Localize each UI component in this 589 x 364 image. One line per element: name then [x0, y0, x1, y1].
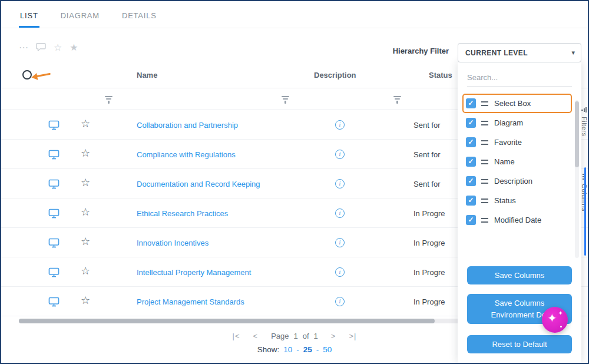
column-item-select-box[interactable]: ✓ Select Box: [462, 94, 572, 113]
info-icon[interactable]: i: [335, 267, 345, 277]
last-page-button[interactable]: >|: [349, 332, 356, 340]
filter-funnel-icon[interactable]: [105, 96, 112, 104]
row-status: In Progre: [413, 268, 461, 277]
filter-funnel-icon[interactable]: [282, 96, 289, 104]
row-name-link[interactable]: Documentation and Record Keeping: [137, 180, 260, 188]
show-label: Show:: [257, 345, 280, 354]
checkbox-checked-icon[interactable]: ✓: [466, 118, 476, 128]
info-icon[interactable]: i: [335, 238, 345, 247]
checkbox-checked-icon[interactable]: ✓: [466, 137, 476, 147]
first-page-button[interactable]: |<: [233, 332, 240, 340]
drag-handle-icon[interactable]: [481, 179, 488, 184]
row-name-link[interactable]: Innovation Incentives: [137, 239, 209, 247]
sparkle-icon: ✦: [558, 310, 563, 316]
filters-icon: [581, 107, 587, 112]
info-icon[interactable]: i: [335, 120, 345, 130]
column-item-diagram[interactable]: ✓ Diagram: [462, 113, 572, 133]
checkbox-checked-icon[interactable]: ✓: [466, 98, 476, 108]
select-all-circle[interactable]: [22, 70, 32, 80]
star-filled-icon[interactable]: ★: [70, 43, 78, 52]
checkbox-checked-icon[interactable]: ✓: [466, 157, 476, 167]
panel-column-list: ✓ Select Box ✓ Diagram ✓ Favorite ✓ Name…: [458, 94, 581, 230]
next-page-button[interactable]: >: [331, 332, 336, 340]
favorite-star-icon[interactable]: ☆: [81, 236, 90, 247]
column-header-name[interactable]: Name: [137, 71, 157, 80]
column-item-name[interactable]: ✓ Name: [462, 152, 572, 171]
info-icon[interactable]: i: [335, 179, 345, 188]
row-name-link[interactable]: Intellectual Property Management: [137, 268, 251, 277]
diagram-monitor-icon[interactable]: [48, 238, 59, 248]
annotation-arrow: [36, 73, 51, 77]
info-icon[interactable]: i: [335, 209, 345, 218]
column-header-status[interactable]: Status: [429, 71, 452, 80]
drag-handle-icon[interactable]: [481, 160, 488, 164]
favorite-star-icon[interactable]: ☆: [81, 207, 90, 217]
drag-handle-icon[interactable]: [481, 101, 488, 106]
diagram-monitor-icon[interactable]: [48, 179, 59, 189]
columns-grid-icon: [583, 174, 584, 175]
dash-separator: -: [296, 345, 299, 354]
ai-assistant-fab[interactable]: ✦ ✦: [542, 307, 568, 333]
checkbox-checked-icon[interactable]: ✓: [466, 196, 476, 206]
prev-page-button[interactable]: <: [253, 332, 259, 340]
hierarchy-filter-dropdown[interactable]: CURRENT LEVEL ▾: [458, 43, 581, 62]
diagram-monitor-icon[interactable]: [48, 297, 59, 307]
tab-bar: LIST DIAGRAM DETAILS: [1, 1, 588, 28]
side-tab-label: Filters: [581, 117, 588, 136]
save-columns-button[interactable]: Save Columns: [467, 266, 572, 284]
diagram-monitor-icon[interactable]: [48, 150, 59, 160]
tab-list[interactable]: LIST: [19, 2, 39, 28]
checkbox-checked-icon[interactable]: ✓: [466, 215, 476, 225]
favorite-star-icon[interactable]: ☆: [81, 148, 90, 158]
column-item-description[interactable]: ✓ Description: [462, 171, 572, 191]
info-icon[interactable]: i: [335, 150, 345, 159]
drag-handle-icon[interactable]: [481, 121, 488, 125]
tab-diagram[interactable]: DIAGRAM: [59, 2, 101, 28]
current-page: 1: [294, 332, 298, 340]
row-name-link[interactable]: Collaboration and Partnership: [137, 121, 238, 130]
column-header-description[interactable]: Description: [314, 71, 356, 80]
side-tab-filters[interactable]: Filters: [580, 107, 588, 136]
drag-handle-icon[interactable]: [481, 218, 488, 223]
tab-details[interactable]: DETAILS: [121, 2, 158, 28]
column-item-favorite[interactable]: ✓ Favorite: [462, 133, 572, 152]
panel-scrollbar: [575, 100, 579, 258]
chevron-down-icon: ▾: [571, 49, 575, 57]
favorite-star-icon[interactable]: ☆: [81, 266, 90, 276]
column-item-label: Select Box: [494, 99, 531, 108]
star-outline-icon[interactable]: ☆: [54, 43, 62, 52]
sparkle-dot-icon: [560, 326, 562, 327]
diagram-monitor-icon[interactable]: [48, 267, 59, 277]
column-item-status[interactable]: ✓ Status: [462, 191, 572, 210]
row-name-link[interactable]: Compliance with Regulations: [137, 150, 236, 159]
column-item-label: Description: [494, 177, 532, 186]
column-item-modified-date[interactable]: ✓ Modified Date: [462, 210, 572, 230]
row-name-link[interactable]: Ethical Research Practices: [137, 209, 228, 218]
total-pages: 1: [314, 332, 318, 340]
panel-search: [467, 70, 572, 87]
drag-handle-icon[interactable]: [481, 140, 488, 145]
page-label: Page: [271, 332, 289, 340]
horizontal-scrollbar-thumb[interactable]: [19, 319, 435, 323]
column-item-label: Status: [494, 196, 516, 205]
diagram-monitor-icon[interactable]: [48, 120, 59, 130]
page-size-25[interactable]: 25: [303, 345, 312, 354]
column-item-label: Diagram: [494, 118, 523, 127]
comment-icon[interactable]: [36, 42, 46, 53]
favorite-star-icon[interactable]: ☆: [81, 118, 90, 129]
page-size-50[interactable]: 50: [323, 345, 332, 354]
diagram-monitor-icon[interactable]: [48, 209, 59, 219]
checkbox-checked-icon[interactable]: ✓: [466, 176, 476, 186]
panel-search-input[interactable]: [467, 70, 572, 86]
drag-handle-icon[interactable]: [481, 198, 488, 203]
favorite-star-icon[interactable]: ☆: [81, 295, 90, 306]
info-icon[interactable]: i: [335, 297, 345, 306]
ellipsis-icon[interactable]: ⋯: [19, 43, 28, 52]
reset-to-default-button[interactable]: Reset to Default: [467, 335, 572, 353]
dash-separator: -: [316, 345, 319, 354]
panel-scrollbar-thumb[interactable]: [575, 101, 579, 167]
row-name-link[interactable]: Project Management Standards: [137, 297, 244, 306]
page-size-10[interactable]: 10: [283, 345, 292, 354]
filter-funnel-icon[interactable]: [393, 96, 401, 104]
favorite-star-icon[interactable]: ☆: [81, 177, 90, 188]
